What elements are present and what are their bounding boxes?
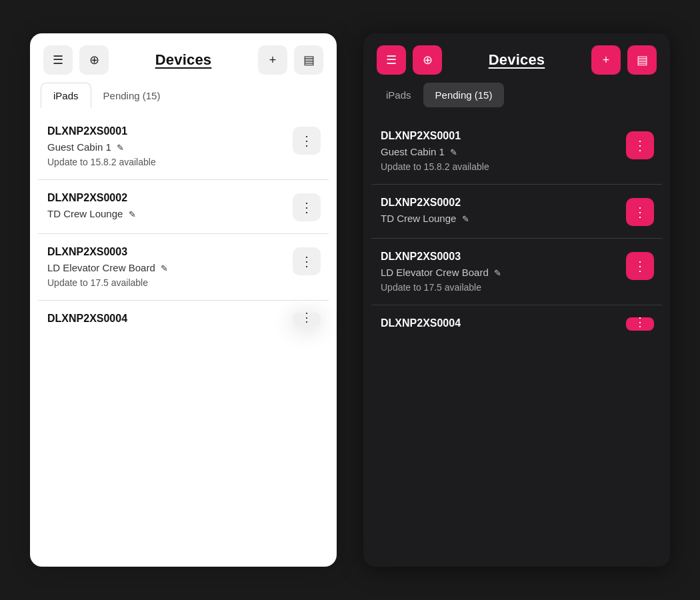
tab-bar-dark: iPads Pending (15) <box>363 83 670 113</box>
device-update-dark-0: Update to 15.8.2 available <box>381 161 489 172</box>
dots-icon: ⋮ <box>300 133 313 149</box>
dark-header: ☰ ⊕ Devices + ▤ <box>363 33 670 83</box>
device-id-light-1: DLXNP2XS0002 <box>47 192 136 204</box>
device-id-dark-2: DLXNP2XS0003 <box>381 251 501 263</box>
light-panel: ☰ ⊕ Devices + ▤ iPads Pending (15) DLXNP… <box>30 33 337 567</box>
menu-btn-dark-1[interactable]: ⋮ <box>626 198 654 226</box>
device-button-light[interactable]: ▤ <box>294 45 323 75</box>
device-item-dark-0: DLXNP2XS0001 Guest Cabin 1 ✎ Update to 1… <box>371 118 662 185</box>
device-item-dark-2: DLXNP2XS0003 LD Elevator Crew Board ✎ Up… <box>371 239 662 305</box>
device-update-light-0: Update to 15.8.2 available <box>47 157 156 167</box>
dots-icon: ⋮ <box>300 253 313 269</box>
dots-icon-dark-2: ⋮ <box>633 258 647 274</box>
add-button-dark[interactable]: + <box>591 45 621 75</box>
device-id-light-2: DLXNP2XS0003 <box>47 246 168 258</box>
globe-icon: ⊕ <box>89 53 99 67</box>
add-icon: + <box>269 53 277 67</box>
device-info-dark-2: DLXNP2XS0003 LD Elevator Crew Board ✎ Up… <box>381 251 501 293</box>
dark-panel: ☰ ⊕ Devices + ▤ iPads Pending (15) DLXNP… <box>363 33 670 567</box>
device-list-dark: DLXNP2XS0001 Guest Cabin 1 ✎ Update to 1… <box>363 113 670 567</box>
tab-pending-dark[interactable]: Pending (15) <box>423 83 505 107</box>
page-title-light: Devices <box>115 51 251 69</box>
device-item-dark-1: DLXNP2XS0002 TD Crew Lounge ✎ ⋮ <box>371 185 662 239</box>
menu-btn-light-1[interactable]: ⋮ <box>293 193 321 221</box>
device-item-light-3: DLXNP2XS0004 ⋮ <box>38 301 329 331</box>
device-id-dark-0: DLXNP2XS0001 <box>381 130 489 142</box>
globe-icon-dark: ⊕ <box>423 53 433 67</box>
device-name-dark-1: TD Crew Lounge ✎ <box>381 213 469 224</box>
dots-icon: ⋮ <box>300 199 313 215</box>
device-update-light-2: Update to 17.5 available <box>47 277 168 288</box>
dots-icon-dark-3: ⋮ <box>634 317 646 328</box>
device-id-dark-1: DLXNP2XS0002 <box>381 197 469 209</box>
pencil-icon-light-1: ✎ <box>129 209 136 219</box>
device-item-light-2: DLXNP2XS0003 LD Elevator Crew Board ✎ Up… <box>38 234 329 301</box>
tab-ipads-light[interactable]: iPads <box>41 83 91 108</box>
pencil-icon-light-2: ✎ <box>161 263 168 273</box>
light-header: ☰ ⊕ Devices + ▤ <box>30 33 337 83</box>
dots-icon: ⋮ <box>301 313 313 323</box>
tab-bar-light: iPads Pending (15) <box>30 83 337 108</box>
device-name-dark-0: Guest Cabin 1 ✎ <box>381 146 489 157</box>
dots-icon-dark-0: ⋮ <box>633 137 647 153</box>
page-title-dark: Devices <box>449 51 585 69</box>
globe-button-dark[interactable]: ⊕ <box>413 45 442 75</box>
device-info-light-2: DLXNP2XS0003 LD Elevator Crew Board ✎ Up… <box>47 246 168 288</box>
device-item-light-1: DLXNP2XS0002 TD Crew Lounge ✎ ⋮ <box>38 180 329 234</box>
dots-icon-dark-1: ⋮ <box>633 204 647 220</box>
add-icon-dark: + <box>603 53 610 67</box>
device-list-light: DLXNP2XS0001 Guest Cabin 1 ✎ Update to 1… <box>30 108 337 567</box>
menu-btn-dark-0[interactable]: ⋮ <box>626 131 654 159</box>
menu-btn-light-2[interactable]: ⋮ <box>293 247 321 275</box>
menu-button-dark[interactable]: ☰ <box>377 45 406 75</box>
pencil-icon-dark-1: ✎ <box>462 214 469 224</box>
device-info-light-1: DLXNP2XS0002 TD Crew Lounge ✎ <box>47 192 136 219</box>
add-button-light[interactable]: + <box>258 45 287 75</box>
device-id-light-3: DLXNP2XS0004 <box>47 313 127 325</box>
pencil-icon-dark-0: ✎ <box>450 147 457 157</box>
menu-icon: ☰ <box>53 53 63 67</box>
device-name-light-2: LD Elevator Crew Board ✎ <box>47 262 168 273</box>
device-info-light-0: DLXNP2XS0001 Guest Cabin 1 ✎ Update to 1… <box>47 125 156 167</box>
device-info-dark-1: DLXNP2XS0002 TD Crew Lounge ✎ <box>381 197 469 224</box>
pencil-icon-dark-2: ✎ <box>494 268 501 278</box>
tab-ipads-dark[interactable]: iPads <box>374 83 423 107</box>
pencil-icon-light-0: ✎ <box>117 143 124 153</box>
device-info-dark-3: DLXNP2XS0004 <box>381 317 461 329</box>
device-item-dark-3: DLXNP2XS0004 ⋮ <box>371 305 662 336</box>
device-info-light-3: DLXNP2XS0004 <box>47 313 127 325</box>
device-icon: ▤ <box>303 53 315 67</box>
device-item-light-0: DLXNP2XS0001 Guest Cabin 1 ✎ Update to 1… <box>38 113 329 180</box>
device-id-dark-3: DLXNP2XS0004 <box>381 317 461 329</box>
device-name-light-0: Guest Cabin 1 ✎ <box>47 141 156 153</box>
menu-btn-dark-3[interactable]: ⋮ <box>626 317 654 331</box>
globe-button-light[interactable]: ⊕ <box>79 45 109 75</box>
menu-btn-light-0[interactable]: ⋮ <box>293 127 321 155</box>
menu-btn-dark-2[interactable]: ⋮ <box>626 252 654 280</box>
menu-button-light[interactable]: ☰ <box>43 45 73 75</box>
device-button-dark[interactable]: ▤ <box>627 45 657 75</box>
device-update-dark-2: Update to 17.5 available <box>381 282 501 293</box>
device-icon-dark: ▤ <box>637 53 648 67</box>
device-name-light-1: TD Crew Lounge ✎ <box>47 208 136 219</box>
tab-pending-light[interactable]: Pending (15) <box>91 83 173 108</box>
device-name-dark-2: LD Elevator Crew Board ✎ <box>381 267 501 278</box>
menu-btn-light-3[interactable]: ⋮ <box>293 313 321 326</box>
device-info-dark-0: DLXNP2XS0001 Guest Cabin 1 ✎ Update to 1… <box>381 130 489 172</box>
menu-icon-dark: ☰ <box>386 53 397 67</box>
device-id-light-0: DLXNP2XS0001 <box>47 125 156 137</box>
